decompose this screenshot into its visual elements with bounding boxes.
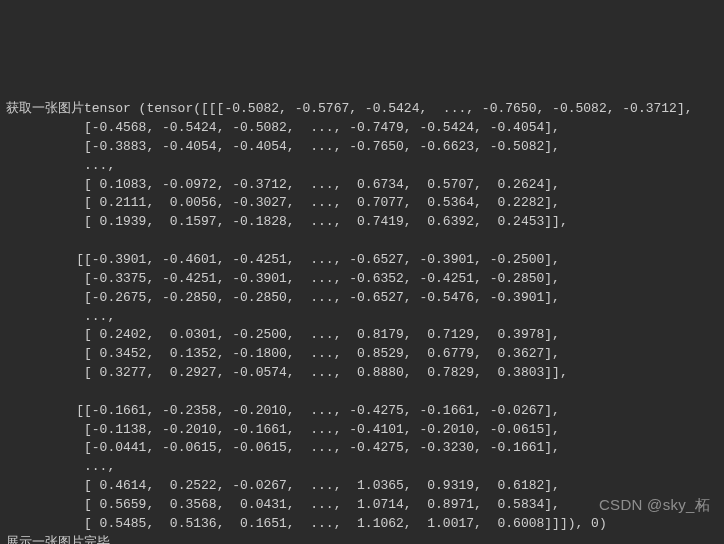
tensor-line: [-0.0441, -0.0615, -0.0615, ..., -0.4275… [6, 440, 560, 455]
tensor-line: [-0.3375, -0.4251, -0.3901, ..., -0.6352… [6, 271, 560, 286]
tensor-line: ..., [6, 158, 115, 173]
tensor-line: [-0.4568, -0.5424, -0.5082, ..., -0.7479… [6, 120, 560, 135]
tensor-line: ..., [6, 459, 115, 474]
tensor-line: [ 0.2402, 0.0301, -0.2500, ..., 0.8179, … [6, 327, 560, 342]
tensor-line: [ 0.2111, 0.0056, -0.3027, ..., 0.7077, … [6, 195, 560, 210]
footer-line: 展示一张图片完毕 [6, 535, 110, 544]
tensor-line: [ 0.5485, 0.5136, 0.1651, ..., 1.1062, 1… [6, 516, 607, 531]
tensor-line: [-0.2675, -0.2850, -0.2850, ..., -0.6527… [6, 290, 560, 305]
tensor-line: [-0.1138, -0.2010, -0.1661, ..., -0.4101… [6, 422, 560, 437]
tensor-line: [[-0.3901, -0.4601, -0.4251, ..., -0.652… [6, 252, 560, 267]
tensor-line: [ 0.3452, 0.1352, -0.1800, ..., 0.8529, … [6, 346, 560, 361]
tensor-line: [-0.3883, -0.4054, -0.4054, ..., -0.7650… [6, 139, 560, 154]
tensor-line: [ 0.1083, -0.0972, -0.3712, ..., 0.6734,… [6, 177, 560, 192]
tensor-line: [[-0.1661, -0.2358, -0.2010, ..., -0.427… [6, 403, 560, 418]
tensor-line: ..., [6, 309, 115, 324]
tensor-line: [ 0.1939, 0.1597, -0.1828, ..., 0.7419, … [6, 214, 568, 229]
tensor-line: [ 0.4614, 0.2522, -0.0267, ..., 1.0365, … [6, 478, 560, 493]
watermark-text: CSDN @sky_柘 [599, 494, 710, 516]
tensor-line: [ 0.3277, 0.2927, -0.0574, ..., 0.8880, … [6, 365, 568, 380]
tensor-line: [ 0.5659, 0.3568, 0.0431, ..., 1.0714, 0… [6, 497, 560, 512]
tensor-header-line: 获取一张图片tensor (tensor([[[-0.5082, -0.5767… [6, 101, 693, 116]
console-output: 获取一张图片tensor (tensor([[[-0.5082, -0.5767… [0, 81, 724, 544]
